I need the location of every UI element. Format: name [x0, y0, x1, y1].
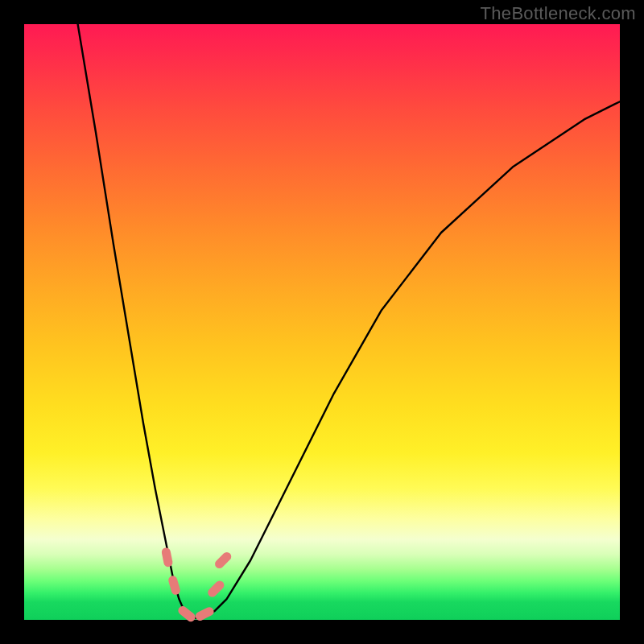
plot-area — [24, 24, 620, 620]
chart-frame: TheBottleneck.com — [0, 0, 644, 644]
marker-bottom-right — [194, 605, 215, 622]
marker-right-upper — [213, 551, 233, 571]
bottleneck-curve — [78, 24, 620, 618]
svg-rect-0 — [161, 547, 173, 568]
svg-rect-2 — [176, 605, 197, 624]
marker-left-upper — [161, 547, 173, 568]
marker-left-lower — [167, 575, 181, 596]
marker-bottom-left — [176, 605, 197, 624]
svg-rect-1 — [167, 575, 181, 596]
svg-rect-4 — [206, 579, 226, 599]
svg-rect-5 — [213, 551, 233, 571]
svg-rect-3 — [194, 605, 215, 622]
watermark-text: TheBottleneck.com — [481, 3, 636, 24]
chart-svg — [24, 24, 620, 620]
markers-group — [161, 547, 233, 623]
marker-right-lower — [206, 579, 226, 599]
